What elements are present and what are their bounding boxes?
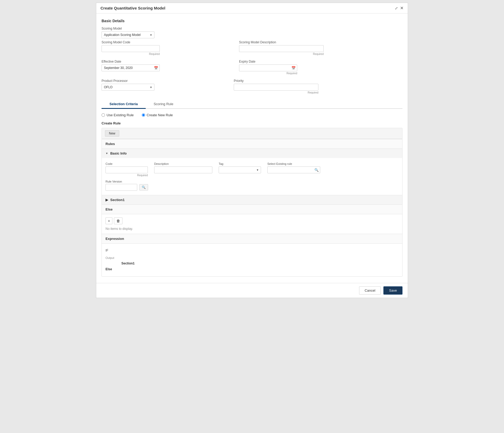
use-existing-rule-radio[interactable] (102, 113, 105, 117)
expression-output-label: Output (106, 256, 114, 259)
code-required: Required (106, 174, 148, 177)
else-actions: + 🗑 (106, 217, 398, 224)
section1-header[interactable]: ▶ Section1 (102, 195, 402, 205)
tag-field-group: Tag ▼ (219, 162, 261, 173)
new-button[interactable]: New (105, 130, 119, 137)
rule-version-label: Rule Version (106, 180, 398, 183)
product-processor-select-wrapper: OFLO ▼ (102, 84, 154, 91)
expression-content: IF Output Section1 Else (102, 244, 402, 276)
tag-select[interactable] (219, 166, 261, 173)
tab-scoring-rule[interactable]: Scoring Rule (146, 100, 181, 109)
expand-icon[interactable]: ⤢ (395, 6, 398, 10)
scoring-model-code-required: Required (102, 53, 160, 55)
scoring-model-select[interactable]: Application Scoring Model (102, 31, 154, 38)
else-add-button[interactable]: + (106, 217, 112, 224)
scoring-model-description-label: Scoring Model Description (239, 40, 324, 44)
code-label: Code (106, 162, 148, 165)
tabs: Selection Criteria Scoring Rule (102, 99, 402, 108)
trash-icon: 🗑 (116, 219, 120, 223)
expression-output-row: Output (106, 255, 398, 261)
effective-date-input[interactable] (102, 64, 160, 71)
else-content: + 🗑 No items to display. (102, 214, 402, 234)
basic-info-fields: Code Required Description Ta (106, 162, 398, 177)
close-icon[interactable]: ✕ (400, 6, 404, 11)
rules-container: Rules ▼ Basic Info Code Required (102, 139, 402, 277)
select-existing-rule-search-wrapper: 🔍 (267, 166, 320, 173)
else-section: Else + 🗑 No items to display. (102, 205, 402, 234)
modal-footer: Cancel Save (96, 283, 408, 298)
select-existing-rule-input[interactable] (267, 166, 320, 173)
save-button[interactable]: Save (383, 286, 402, 295)
selection-criteria-radio-group: Use Existing Rule Create New Rule (102, 113, 402, 117)
expiry-date-input[interactable] (239, 64, 297, 71)
tabs-container: Selection Criteria Scoring Rule (102, 99, 402, 109)
expression-header: Expression (102, 234, 402, 244)
basic-info-section: ▼ Basic Info Code Required (102, 149, 402, 195)
create-new-rule-radio[interactable] (142, 113, 145, 117)
effective-date-calendar-icon[interactable]: 📅 (154, 66, 158, 70)
modal-title: Create Quantitative Scoring Model (100, 6, 165, 10)
expiry-date-wrapper: 📅 (239, 64, 297, 71)
rule-version-input-row: 🔍 (106, 184, 398, 191)
tag-select-wrapper: ▼ (219, 166, 261, 173)
cancel-button[interactable]: Cancel (359, 286, 381, 295)
use-existing-rule-label[interactable]: Use Existing Rule (102, 113, 134, 117)
rule-version-search-button[interactable]: 🔍 (139, 184, 148, 190)
tab-selection-criteria[interactable]: Selection Criteria (102, 100, 146, 109)
expiry-date-calendar-icon[interactable]: 📅 (291, 66, 296, 70)
basic-info-title: Basic Info (110, 151, 127, 155)
rule-version-row: Rule Version 🔍 (106, 180, 398, 191)
basic-info-header[interactable]: ▼ Basic Info (102, 149, 402, 158)
scoring-model-label: Scoring Model (102, 27, 154, 30)
rule-version-input[interactable] (106, 184, 137, 191)
expression-section1: Section1 (121, 261, 398, 267)
code-field-group: Code Required (106, 162, 148, 177)
modal-header-actions: ⤢ ✕ (395, 6, 404, 11)
tag-label: Tag (219, 162, 261, 165)
select-existing-rule-field-group: Select Existing rule 🔍 (267, 162, 320, 173)
else-delete-button[interactable]: 🗑 (114, 217, 122, 224)
basic-info-collapse-icon: ▼ (106, 152, 108, 155)
section1-expand-icon: ▶ (106, 198, 108, 202)
scoring-model-code-label: Scoring Model Code (102, 40, 160, 44)
product-processor-select[interactable]: OFLO (102, 84, 154, 91)
scoring-model-select-wrapper: Application Scoring Model ▼ (102, 31, 154, 38)
description-input[interactable] (154, 166, 212, 173)
description-label: Description (154, 162, 212, 165)
rules-header: Rules (102, 139, 402, 149)
basic-details-title: Basic Details (102, 19, 402, 23)
expiry-date-required: Required (239, 72, 297, 75)
priority-label: Priority (234, 79, 318, 83)
scoring-model-description-input[interactable] (239, 45, 324, 52)
else-no-items: No items to display. (106, 227, 398, 231)
effective-date-wrapper: 📅 (102, 64, 160, 71)
new-btn-row: New (102, 128, 402, 139)
expression-if: IF (106, 248, 398, 254)
expression-else: Else (106, 267, 398, 272)
scoring-model-code-input[interactable] (102, 45, 160, 52)
create-new-rule-label[interactable]: Create New Rule (142, 113, 173, 117)
effective-date-label: Effective Date (102, 60, 160, 63)
product-processor-label: Product Processor (102, 79, 154, 83)
else-header: Else (102, 205, 402, 214)
expiry-date-label: Expiry Date (239, 60, 297, 63)
priority-required: Required (234, 91, 318, 94)
basic-info-content: Code Required Description Ta (102, 158, 402, 195)
description-field-group: Description (154, 162, 212, 173)
expression-section: Expression IF Output Section1 Else (102, 234, 402, 276)
select-existing-rule-search-icon[interactable]: 🔍 (314, 168, 319, 172)
code-input[interactable] (106, 166, 148, 173)
priority-input[interactable] (234, 84, 318, 91)
create-rule-title: Create Rule (102, 121, 402, 125)
section1-title: Section1 (110, 198, 125, 202)
select-existing-rule-label: Select Existing rule (267, 162, 320, 165)
scoring-model-description-required: Required (239, 53, 324, 55)
